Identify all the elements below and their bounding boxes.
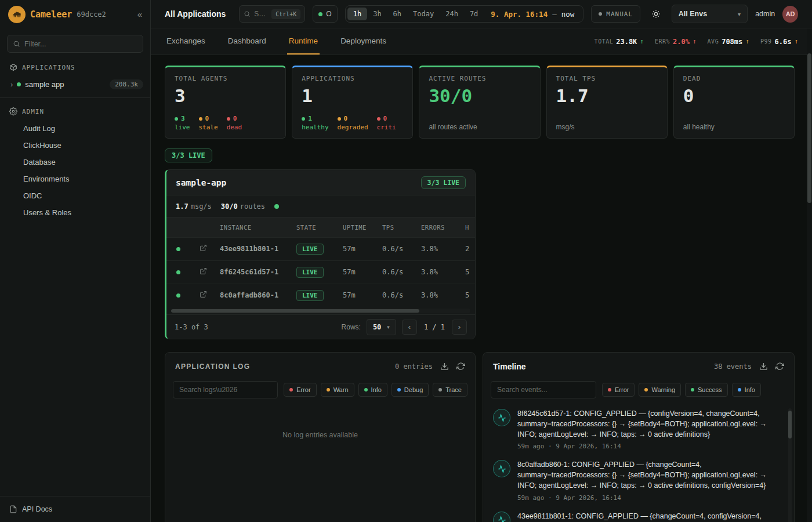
chevron-down-icon: ▾ [738,11,741,17]
timeline-search-input[interactable] [497,386,590,394]
live-summary-badge: 3/3 LIVE [165,148,212,162]
filter-input[interactable] [24,40,137,48]
range-7d[interactable]: 7d [464,8,484,20]
timeline-search[interactable] [491,381,596,398]
event-timestamp: 59m ago · 9 Apr 2026, 16:14 [517,494,779,502]
sidebar-item-environments[interactable]: Environments [0,171,150,187]
page-scrollbar-thumb[interactable] [807,53,811,203]
online-indicator[interactable]: O [313,5,337,23]
activity-icon [493,409,510,426]
search-icon [13,40,20,48]
application-log-panel: APPLICATION LOG 0 entries Error Warn [165,352,476,522]
filter-chip-info[interactable]: Info [358,383,387,397]
download-icon[interactable] [440,362,449,371]
status-dot-amber [327,388,330,392]
external-link-icon[interactable] [200,292,207,300]
page-title: All Applications [165,9,226,19]
refresh-icon[interactable] [456,362,465,371]
timeline-title: Timeline [493,362,526,371]
stat-cards: TOTAL AGENTS 3 3 live 0 stale 0 [165,66,795,139]
sidebar-collapse-button[interactable]: « [137,9,142,19]
log-empty-message: No log entries available [165,431,475,439]
table-row[interactable]: 8c0affadb860-1 LIVE 57m 0.6/s 3.8% 5 [166,284,476,307]
filter-chip-warning[interactable]: Warning [639,383,681,397]
api-docs-link[interactable]: API Docs [0,496,150,522]
event-timestamp: 59m ago · 9 Apr 2026, 16:14 [517,443,779,450]
sidebar-item-database[interactable]: Database [0,154,150,171]
table-header-row: INSTANCE STATE UPTIME TPS ERRORS H [166,217,476,237]
avatar[interactable]: AD [782,6,798,23]
log-search[interactable] [173,381,278,398]
download-icon[interactable] [759,362,768,371]
time-range-display: 9. Apr. 16:14 — now [484,10,581,19]
scrollbar-thumb[interactable] [171,309,419,313]
timeline-event[interactable]: 8f6245c61d57-1: CONFIG_APPLIED — {config… [493,409,779,450]
log-search-input[interactable] [179,386,271,394]
table-horizontal-scrollbar[interactable] [171,309,470,313]
log-panel-title: APPLICATION LOG [175,362,250,371]
main-area: All Applications S… Ctrl+K O 1h 3h 6h To… [151,0,812,522]
chevron-right-icon[interactable]: › [10,80,13,89]
tab-exchanges[interactable]: Exchanges [165,28,207,55]
card-dead: DEAD 0 all healthy [673,66,795,139]
rows-per-page-select[interactable]: 50 ▾ [367,319,396,335]
env-select-value: All Envs [679,10,707,18]
status-dot-red [608,388,611,392]
filter-chip-trace[interactable]: Trace [433,383,467,397]
status-dot-red [289,388,293,392]
timeline-event[interactable]: 8c0affadb860-1: CONFIG_APPLIED — {change… [493,460,779,501]
event-text: 8c0affadb860-1: CONFIG_APPLIED — {change… [517,460,779,491]
range-3h[interactable]: 3h [367,8,387,20]
admin-section-label: ADMIN [22,108,44,115]
timeline-events: 8f6245c61d57-1: CONFIG_APPLIED — {config… [483,404,794,522]
up-arrow-icon: ↑ [745,38,749,45]
sidebar-item-sample-app[interactable]: › sample app 208.3k [0,76,150,93]
metric-avg-latency: AVG 708ms ↑ [708,38,749,46]
range-24h[interactable]: 24h [440,8,464,20]
filter-chip-error[interactable]: Error [602,383,635,397]
status-dot-amber [199,117,202,121]
state-badge: LIVE [296,244,324,255]
app-stats-row: 1.7msg/s 30/0routes [166,195,475,217]
sidebar-item-clickhouse[interactable]: ClickHouse [0,137,150,154]
tab-dashboard[interactable]: Dashboard [226,28,268,55]
filter-chip-debug[interactable]: Debug [392,383,429,397]
tab-runtime[interactable]: Runtime [287,28,320,55]
range-6h[interactable]: 6h [387,8,407,20]
theme-toggle-button[interactable] [648,5,664,23]
timeline-scrollbar[interactable] [788,408,792,522]
table-row[interactable]: 43ee9811b801-1 LIVE 57m 0.6/s 3.8% 2 [166,237,476,260]
app-live-badge: 3/3 LIVE [421,176,466,189]
sample-app-panel-header[interactable]: sample-app 3/3 LIVE [166,170,475,195]
tab-deployments[interactable]: Deployments [339,28,388,55]
manual-refresh-button[interactable]: MANUAL [591,5,640,23]
range-1h[interactable]: 1h [347,8,367,20]
search-placeholder-text: S… [254,10,266,18]
table-row[interactable]: 8f6245c61d57-1 LIVE 57m 0.6/s 3.8% 5 [166,260,476,284]
sidebar-item-users-roles[interactable]: Users & Roles [0,204,150,221]
sidebar-item-oidc[interactable]: OIDC [0,187,150,204]
scrollbar-thumb[interactable] [788,411,792,438]
status-dot-red [227,117,230,121]
card-total-agents: TOTAL AGENTS 3 3 live 0 stale 0 [165,66,286,139]
next-page-button[interactable]: › [452,320,467,335]
global-search[interactable]: S… Ctrl+K [239,5,305,23]
range-today[interactable]: Today [407,8,440,20]
sidebar-filter[interactable] [7,35,143,53]
state-badge: LIVE [296,290,324,301]
prev-page-button[interactable]: ‹ [402,320,417,335]
timeline-event[interactable]: 43ee9811b801-1: CONFIG_APPLIED — {change… [493,512,779,522]
content: TOTAL AGENTS 3 3 live 0 stale 0 [151,55,812,522]
time-from: 9. Apr. 16:14 [491,10,548,19]
env-select[interactable]: All Envs ▾ [672,5,748,23]
filter-chip-success[interactable]: Success [685,383,728,397]
refresh-icon[interactable] [775,362,784,371]
search-shortcut-kbd: Ctrl+K [271,9,300,19]
filter-chip-info[interactable]: Info [732,383,761,397]
time-dash: — [552,10,557,19]
external-link-icon[interactable] [200,245,207,253]
external-link-icon[interactable] [200,269,207,277]
filter-chip-warn[interactable]: Warn [321,383,354,397]
sidebar-item-audit-log[interactable]: Audit Log [0,120,150,137]
filter-chip-error[interactable]: Error [284,383,316,397]
